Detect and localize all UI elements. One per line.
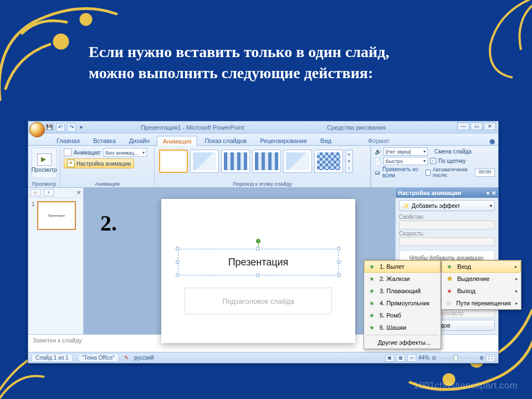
selection-handle[interactable] [256, 247, 260, 250]
tab-format[interactable]: Формат [362, 135, 396, 145]
property-label: Свойство: [399, 214, 495, 220]
slides-tab-icon[interactable]: ▭ [30, 189, 40, 196]
transition-thumb[interactable] [314, 150, 343, 173]
fit-window-icon[interactable]: ⛶ [486, 354, 495, 362]
zoom-out-icon[interactable]: ⊖ [432, 355, 436, 361]
add-effect-button[interactable]: ✨ Добавить эффект [399, 200, 495, 211]
slide-editor: 2. Презентация Подзаголовок слайда [84, 188, 395, 334]
zoom-slider[interactable] [438, 357, 477, 359]
menu-item-emphasis[interactable]: ✸Выделение [442, 273, 521, 285]
selection-handle[interactable] [337, 247, 341, 250]
powerpoint-window: 💾 ↶ ↷ ▾ Презентация1 - Microsoft PowerPo… [28, 121, 499, 364]
zoom-in-icon[interactable]: ⊕ [479, 355, 484, 361]
preview-button[interactable]: Просмотр [32, 147, 57, 178]
slide-canvas[interactable]: Презентация Подзаголовок слайда [161, 199, 355, 343]
apply-all-button[interactable]: Применить ко всем [382, 166, 421, 178]
custom-animation-label: Настройка анимации [76, 161, 131, 167]
menu-item-pryamougolnik[interactable]: ★4. Прямоугольник [364, 297, 441, 309]
transition-thumb[interactable] [283, 150, 312, 173]
ribbon: Просмотр Просмотр Анимация: Без анимац..… [28, 146, 498, 188]
minimize-button[interactable]: — [457, 122, 469, 130]
tp-preview-label: Просмотр [438, 310, 464, 316]
transition-options: 🔊 [Нет звука] Смена слайда 📄 Быстро ✓ По… [371, 146, 498, 187]
transition-none[interactable] [159, 150, 188, 173]
office-button[interactable] [29, 122, 45, 137]
normal-view-icon[interactable]: ▣ [385, 354, 394, 362]
menu-item-exit[interactable]: ★Выход [442, 285, 521, 297]
tab-slideshow[interactable]: Показ слайдов [198, 135, 253, 145]
svg-point-1 [81, 14, 91, 24]
transition-thumb[interactable] [252, 150, 281, 173]
spellcheck-icon[interactable]: ✎ [124, 355, 129, 361]
outline-tab-icon[interactable]: ≡ [44, 189, 54, 196]
selection-handle[interactable] [256, 273, 260, 277]
selection-handle[interactable] [176, 247, 180, 250]
on-click-checkbox[interactable]: ✓ [430, 158, 436, 164]
auto-after-checkbox[interactable] [426, 170, 431, 176]
rotation-handle[interactable] [256, 239, 260, 243]
menu-item-entrance[interactable]: ★Вход [442, 260, 521, 273]
menu-label: Выход [457, 288, 475, 294]
tab-home[interactable]: Главная [50, 135, 86, 145]
tab-design[interactable]: Дизайн [123, 135, 156, 145]
taskpane-title: Настройка анимации [398, 190, 461, 196]
menu-item-plavayushchiy[interactable]: ★3. Плавающий [364, 285, 441, 297]
selection-handle[interactable] [176, 260, 180, 264]
menu-item-more-effects[interactable]: Другие эффекты... [364, 336, 441, 349]
taskpane-dropdown-icon[interactable]: ▾ [487, 190, 489, 196]
menu-item-romb[interactable]: ★5. Ромб [364, 309, 441, 321]
tab-view[interactable]: Вид [314, 135, 337, 145]
apply-all-icon: 🗂 [375, 170, 380, 176]
menu-label: Выделение [457, 275, 489, 282]
menu-item-shashki[interactable]: ★6. Шашки [364, 321, 441, 334]
slide-subtitle-text: Подзаголовок слайда [222, 297, 294, 305]
menu-item-motion-paths[interactable]: ☆Пути перемещения [442, 297, 521, 309]
transition-thumb[interactable] [190, 150, 219, 173]
menu-item-vylet[interactable]: ★1. Вылет [364, 260, 441, 273]
custom-animation-button[interactable]: ✦ Настройка анимации [64, 158, 134, 168]
effects-category-menu: ★Вход ✸Выделение ★Выход ☆Пути перемещени… [441, 260, 521, 310]
effects-preset-menu: ★1. Вылет ★2. Жалюзи ★3. Плавающий ★4. П… [364, 260, 441, 349]
title-placeholder[interactable]: Презентация [178, 249, 339, 275]
selection-handle[interactable] [337, 273, 341, 277]
transition-thumb[interactable] [221, 150, 250, 173]
sound-icon: 🔊 [375, 149, 381, 155]
menu-item-zhalyuzi[interactable]: ★2. Жалюзи [364, 273, 441, 285]
maximize-button[interactable]: ▭ [470, 122, 483, 130]
group-preview: Просмотр [28, 181, 60, 187]
heading-line1: Если нужно вставить только в один слайд, [89, 43, 389, 60]
auto-after-time[interactable]: 00:00 [475, 168, 495, 177]
animate-dropdown[interactable]: Без анимац... [104, 148, 147, 157]
menu-label: Другие эффекты... [378, 339, 431, 346]
advance-title: Смена слайда [434, 149, 472, 155]
tab-review[interactable]: Рецензирование [254, 135, 313, 145]
menu-label: 5. Ромб [380, 312, 401, 319]
context-tab-title: Средства рисования [327, 124, 386, 131]
taskpane-close-icon[interactable]: ✕ [492, 190, 496, 196]
add-effect-icon: ✨ [402, 202, 410, 209]
menu-label: 1. Вылет [380, 263, 405, 270]
speed-label: Скорость: [399, 231, 495, 237]
slides-panel: ▭ ≡ ✕ 1 Презентация [28, 188, 84, 334]
tab-animation[interactable]: Анимация [157, 136, 198, 146]
transition-sound-dropdown[interactable]: [Нет звука] [383, 147, 428, 156]
tab-insert[interactable]: Вставка [87, 135, 122, 145]
selection-handle[interactable] [176, 273, 180, 277]
slide-thumbnail[interactable]: Презентация [37, 201, 76, 230]
transition-speed-dropdown[interactable]: Быстро [383, 157, 428, 165]
close-button[interactable]: ✕ [484, 122, 496, 130]
animate-value: Без анимац... [106, 150, 139, 156]
status-bar: Слайд 1 из 1 "Тема Office" ✎ русский ▣ ▦… [28, 352, 498, 363]
panel-close-icon[interactable]: ✕ [76, 190, 81, 196]
transition-more[interactable]: ▴▾▿ [345, 150, 353, 173]
on-click-label: По щелчку [438, 158, 466, 164]
status-language[interactable]: русский [134, 355, 154, 361]
selection-handle[interactable] [337, 260, 341, 264]
subtitle-placeholder[interactable]: Подзаголовок слайда [185, 288, 332, 314]
status-theme: "Тема Office" [78, 354, 119, 362]
slideshow-view-icon[interactable]: ▭ [407, 354, 416, 362]
zoom-knob[interactable] [454, 355, 458, 361]
sorter-view-icon[interactable]: ▦ [396, 354, 405, 362]
preview-label: Просмотр [32, 167, 57, 173]
help-icon[interactable]: ◉ [489, 137, 495, 145]
